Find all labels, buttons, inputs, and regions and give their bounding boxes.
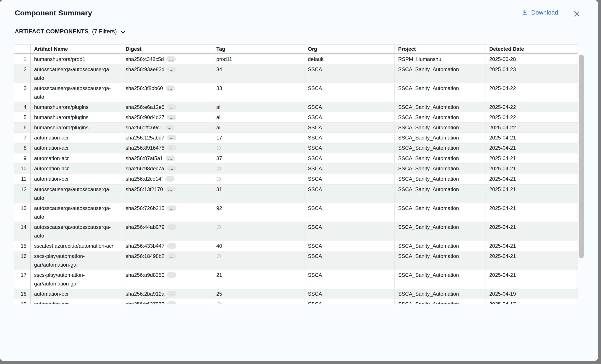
table-row[interactable]: 7automation-acrsha256:125abd7…17SSCASSCA… [14, 133, 578, 143]
digest-expand-button[interactable]: … [166, 56, 176, 62]
chevron-down-icon[interactable] [120, 30, 126, 34]
table-row[interactable]: 10automation-acrsha256:98dec7a…∅SSCASSCA… [14, 164, 578, 174]
digest-expand-button[interactable]: … [167, 206, 176, 211]
table-row[interactable]: 12autosscauserqa/autosscauserqa-autosha2… [14, 184, 578, 203]
digest-expand-button[interactable]: … [165, 176, 175, 182]
close-button[interactable] [572, 10, 581, 18]
cell-project: SSCA_Sanity_Automation [395, 241, 486, 251]
cell-tag: 25 [213, 289, 304, 299]
col-header-tag[interactable]: Tag [213, 45, 304, 53]
cell-digest: sha256:726b215… [122, 203, 213, 222]
table-row[interactable]: 19automation-acrsha256:b627032…∅SSCASSCA… [14, 299, 578, 304]
digest-expand-button[interactable]: … [166, 156, 175, 161]
digest-expand-button[interactable]: … [166, 86, 175, 91]
download-button[interactable]: Download [521, 9, 558, 16]
table-row[interactable]: 2autosscauserqa/autosscauserqa-autosha25… [14, 64, 578, 83]
empty-tag-icon: ∅ [216, 176, 221, 182]
cell-artifact-name: humanshuarora/plugins [30, 123, 122, 133]
cell-tag: ∅ [213, 222, 304, 241]
cell-row-number: 13 [14, 203, 30, 222]
table-row[interactable]: 16sscs-play/automation-gar/automation-ga… [14, 251, 578, 270]
cell-row-number: 10 [14, 164, 30, 174]
cell-tag: 37 [213, 153, 304, 163]
cell-row-number: 18 [14, 289, 30, 299]
digest-expand-button[interactable]: … [166, 187, 175, 192]
cell-digest: sha256:125abd7… [122, 133, 213, 143]
cell-org: SSCA [304, 102, 395, 112]
table-row[interactable]: 14autosscauserqa/autosscauserqa-autosha2… [14, 222, 578, 241]
digest-value: sha256:93ae83d [126, 66, 164, 72]
table-row[interactable]: 5humanshuarora/pluginssha256:90d4d27…all… [14, 112, 578, 123]
cell-project: SSCA_Sanity_Automation [395, 289, 486, 299]
digest-value: sha256:d2ce14f [126, 176, 163, 182]
artifact-components-table: Artifact Name Digest Tag Org Project Det… [14, 44, 578, 304]
table-row[interactable]: 6humanshuarora/pluginssha256:2fc69c1…all… [14, 123, 578, 133]
digest-value: sha256:726b215 [126, 205, 164, 211]
digest-expand-button[interactable]: … [165, 125, 174, 130]
cell-artifact-name: humanshuarora/prod1 [30, 54, 122, 64]
empty-tag-icon: ∅ [216, 224, 221, 230]
vertical-scrollbar-thumb[interactable] [579, 55, 584, 258]
table-row[interactable]: 11automation-ecrsha256:d2ce14f…∅SSCASSCA… [14, 174, 578, 184]
cell-tag: 33 [213, 83, 304, 102]
cell-detected-date: 2025-04-21 [486, 184, 578, 203]
cell-org: SSCA [304, 184, 395, 203]
digest-expand-button[interactable]: … [167, 291, 176, 296]
table-row[interactable]: 15sscatest.azurecr.io/automation-acrsha2… [14, 241, 578, 251]
cell-row-number: 9 [14, 153, 30, 163]
table-row[interactable]: 1humanshuarora/prod1sha256:c348c5d…prod1… [14, 54, 578, 64]
cell-org: SSCA [304, 112, 395, 122]
cell-org: SSCA [304, 251, 395, 270]
cell-org: SSCA [304, 289, 395, 299]
cell-artifact-name: automation-acr [30, 153, 122, 163]
cell-row-number: 3 [14, 83, 30, 102]
filters-count-label[interactable]: (7 Filters) [92, 28, 117, 35]
digest-expand-button[interactable]: … [167, 301, 176, 304]
cell-project: SSCA_Sanity_Automation [395, 102, 486, 112]
digest-expand-button[interactable]: … [167, 115, 176, 120]
cell-detected-date: 2025-04-22 [486, 83, 578, 102]
digest-expand-button[interactable]: … [167, 224, 176, 230]
digest-value: sha256:18498b2 [126, 253, 164, 259]
digest-expand-button[interactable]: … [167, 67, 176, 72]
table-row[interactable]: 4humanshuarora/pluginssha256:e6a12e5…all… [14, 102, 578, 112]
digest-expand-button[interactable]: … [167, 166, 176, 171]
digest-expand-button[interactable]: … [167, 272, 176, 278]
cell-artifact-name: automation-acr [30, 164, 122, 174]
cell-digest: sha256:44ab079… [122, 222, 213, 241]
cell-detected-date: 2025-04-21 [486, 143, 578, 153]
digest-expand-button[interactable]: … [167, 243, 176, 249]
table-row[interactable]: 13autosscauserqa/autosscauserqa-autosha2… [14, 203, 578, 222]
cell-tag: prod11 [213, 54, 304, 64]
digest-expand-button[interactable]: … [167, 135, 176, 140]
cell-tag: 31 [213, 184, 304, 203]
empty-tag-icon: ∅ [216, 253, 221, 259]
cell-project: SSCA_Sanity_Automation [395, 251, 486, 270]
table-row[interactable]: 17sscs-play/automation-gar/automation-ga… [14, 270, 578, 289]
digest-expand-button[interactable]: … [167, 253, 176, 259]
cell-org: SSCA [304, 123, 395, 133]
cell-tag: ∅ [213, 299, 304, 304]
close-icon [573, 10, 580, 18]
col-header-org[interactable]: Org [304, 45, 395, 53]
cell-digest: sha256:18498b2… [122, 251, 213, 270]
digest-value: sha256:98dec7a [126, 166, 164, 171]
cell-row-number: 16 [14, 251, 30, 270]
cell-digest: sha256:3f8bb60… [122, 83, 213, 102]
col-header-index [14, 45, 30, 53]
table-row[interactable]: 9automation-acrsha256:87af5a1…37SSCASSCA… [14, 153, 578, 164]
cell-org: SSCA [304, 270, 395, 289]
digest-expand-button[interactable]: … [167, 104, 176, 110]
table-row[interactable]: 8automation-acrsha256:8916478…∅SSCASSCA_… [14, 143, 578, 153]
col-header-digest[interactable]: Digest [122, 45, 213, 53]
cell-org: SSCA [304, 164, 395, 174]
col-header-detected-date[interactable]: Detected Date [486, 45, 578, 53]
table-row[interactable]: 18automation-ecrsha256:2ba912a…25SSCASSC… [14, 289, 578, 299]
cell-detected-date: 2025-04-21 [486, 174, 578, 184]
cell-tag: ∅ [213, 143, 304, 153]
cell-digest: sha256:2ba912a… [122, 289, 213, 299]
col-header-project[interactable]: Project [395, 45, 486, 53]
digest-expand-button[interactable]: … [167, 145, 176, 150]
col-header-artifact-name[interactable]: Artifact Name [30, 45, 122, 53]
table-row[interactable]: 3autosscauserqa/autosscauserqa-autosha25… [14, 83, 578, 102]
